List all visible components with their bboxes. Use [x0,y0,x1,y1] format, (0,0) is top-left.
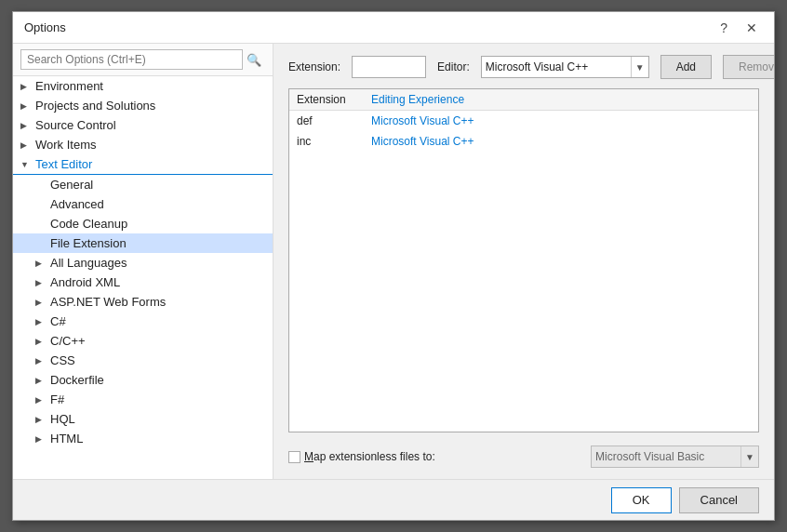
map-select-wrapper: Microsoft Visual BasicMicrosoft Visual C… [591,446,759,468]
dialog-footer: OK Cancel [13,479,774,520]
expand-icon-work-items: ▶ [20,140,32,150]
map-select-arrow-icon: ▼ [740,446,758,467]
file-list-header: Extension Editing Experience [289,89,758,111]
dialog-title: Options [24,20,66,34]
file-ext: def [297,114,371,127]
file-ext: inc [297,135,371,148]
tree-item-html[interactable]: ▶HTML [13,429,273,448]
tree-item-hql[interactable]: ▶HQL [13,409,273,429]
tree-item-aspnet-web-forms[interactable]: ▶ASP.NET Web Forms [13,292,273,312]
file-editor: Microsoft Visual C++ [371,114,474,127]
file-editor: Microsoft Visual C++ [371,135,474,148]
editor-select[interactable]: Microsoft Visual C++Microsoft Visual Bas… [482,59,631,75]
search-box: 🔍 [13,44,273,76]
expand-icon-all-languages: ▶ [35,259,47,268]
checkbox-wrapper: Map extensionless files to: [288,450,435,463]
tree-label-all-languages: All Languages [50,256,127,270]
cancel-button[interactable]: Cancel [679,487,759,513]
tree-item-code-cleanup[interactable]: Code Cleanup [13,214,273,233]
file-list: Extension Editing Experience defMicrosof… [288,88,759,432]
tree-label-android-xml: Android XML [50,275,120,289]
tree-item-text-editor[interactable]: ▼Text Editor [13,154,273,174]
tree-item-cpp[interactable]: ▶C/C++ [13,331,273,351]
tree-label-html: HTML [50,432,83,446]
map-select[interactable]: Microsoft Visual BasicMicrosoft Visual C… [592,448,740,465]
close-button[interactable]: ✕ [740,19,763,37]
tree-item-advanced[interactable]: Advanced [13,194,273,214]
expand-icon-environment: ▶ [20,82,32,91]
right-panel: Extension: Editor: Microsoft Visual C++M… [273,44,774,479]
expand-icon-hql: ▶ [35,415,47,424]
tree-item-work-items[interactable]: ▶Work Items [13,135,273,154]
add-button[interactable]: Add [660,55,712,79]
tree-label-fsharp: F# [50,392,64,406]
tree-item-file-extension[interactable]: File Extension [13,233,273,253]
header-editing-experience: Editing Experience [371,93,464,106]
editor-select-wrapper: Microsoft Visual C++Microsoft Visual Bas… [481,56,649,78]
table-row[interactable]: defMicrosoft Visual C++ [289,111,758,131]
expand-icon-html: ▶ [35,434,47,444]
ok-button[interactable]: OK [611,487,672,513]
tree-item-csharp[interactable]: ▶C# [13,312,273,331]
expand-icon-cpp: ▶ [35,337,47,346]
tree-label-advanced: Advanced [50,197,104,211]
tree-item-source-control[interactable]: ▶Source Control [13,115,273,135]
tree-item-environment[interactable]: ▶Environment [13,76,273,96]
tree-label-dockerfile: Dockerfile [50,373,104,387]
tree-container[interactable]: ▶Environment▶Projects and Solutions▶Sour… [13,76,273,479]
tree-label-hql: HQL [50,412,75,426]
expand-icon-css: ▶ [35,356,47,366]
tree-label-css: CSS [50,353,75,367]
tree-label-work-items: Work Items [35,138,97,152]
search-input[interactable] [20,49,243,70]
help-button[interactable]: ? [714,19,733,37]
title-controls: ? ✕ [714,19,763,37]
tree-label-general: General [50,178,93,192]
options-dialog: Options ? ✕ 🔍 ▶Environment▶Projects and … [12,11,775,521]
search-icon-button[interactable]: 🔍 [243,51,265,69]
extension-row: Extension: Editor: Microsoft Visual C++M… [288,55,759,79]
tree-item-general[interactable]: General [13,175,273,194]
tree-item-all-languages[interactable]: ▶All Languages [13,253,273,273]
map-label-underline: M [304,450,313,463]
tree-label-csharp: C# [50,314,66,328]
tree-label-cpp: C/C++ [50,334,86,348]
expand-icon-android-xml: ▶ [35,278,47,287]
select-arrow-icon: ▼ [631,57,648,77]
tree-item-dockerfile[interactable]: ▶Dockerfile [13,370,273,390]
editor-label: Editor: [437,60,470,73]
tree-label-environment: Environment [35,79,103,93]
expand-icon-projects-and-solutions: ▶ [20,101,32,111]
map-checkbox[interactable] [288,451,300,463]
map-label: Map extensionless files to: [304,450,435,463]
tree-item-android-xml[interactable]: ▶Android XML [13,273,273,292]
left-panel: 🔍 ▶Environment▶Projects and Solutions▶So… [13,44,273,479]
tree-label-source-control: Source Control [35,118,116,132]
tree-label-text-editor: Text Editor [35,157,92,171]
tree-label-file-extension: File Extension [50,236,127,250]
bottom-row: Map extensionless files to: Microsoft Vi… [288,446,759,468]
remove-button[interactable]: Remove [723,55,774,79]
header-extension: Extension [297,93,371,106]
title-bar: Options ? ✕ [13,12,774,44]
expand-icon-dockerfile: ▶ [35,376,47,385]
extension-label: Extension: [288,60,340,73]
dialog-body: 🔍 ▶Environment▶Projects and Solutions▶So… [13,44,774,479]
extension-input[interactable] [352,56,426,78]
tree-item-fsharp[interactable]: ▶F# [13,390,273,409]
tree-item-projects-and-solutions[interactable]: ▶Projects and Solutions [13,96,273,115]
tree-label-projects-and-solutions: Projects and Solutions [35,99,155,113]
tree-label-code-cleanup: Code Cleanup [50,217,127,231]
tree-label-aspnet-web-forms: ASP.NET Web Forms [50,295,166,309]
table-row[interactable]: incMicrosoft Visual C++ [289,131,758,152]
tree-item-css[interactable]: ▶CSS [13,351,273,370]
expand-icon-fsharp: ▶ [35,395,47,405]
expand-icon-csharp: ▶ [35,317,47,326]
expand-icon-source-control: ▶ [20,121,32,130]
expand-icon-text-editor: ▼ [20,160,32,169]
expand-icon-aspnet-web-forms: ▶ [35,298,47,307]
